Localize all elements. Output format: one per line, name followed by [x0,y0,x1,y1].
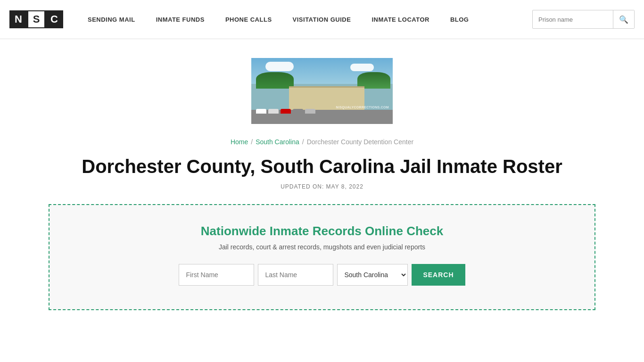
records-form: AlabamaAlaskaArizonaArkansasCaliforniaCo… [64,264,580,286]
main-nav: SENDING MAILINMATE FUNDSPHONE CALLSVISIT… [77,0,532,39]
logo-c: C [45,10,63,28]
prison-image: NISQUALYCORRECTIONS.COM [251,58,393,124]
site-logo[interactable]: N S C [9,10,63,28]
nav-item-inmate-funds[interactable]: INMATE FUNDS [146,0,215,39]
updated-date: UPDATED ON: MAY 8, 2022 [49,183,595,190]
image-watermark: NISQUALYCORRECTIONS.COM [336,106,389,109]
breadcrumb-facility: Dorchester County Detention Center [307,138,413,146]
records-box: Nationwide Inmate Records Online Check J… [49,204,595,310]
first-name-input[interactable] [179,264,254,286]
prison-image-container: NISQUALYCORRECTIONS.COM [49,58,595,124]
records-subtitle: Jail records, court & arrest records, mu… [64,243,580,251]
main-content: NISQUALYCORRECTIONS.COM Home / South Car… [39,39,605,329]
nav-item-phone-calls[interactable]: PHONE CALLS [215,0,282,39]
nav-item-inmate-locator[interactable]: INMATE LOCATOR [361,0,440,39]
last-name-input[interactable] [258,264,333,286]
state-select[interactable]: AlabamaAlaskaArizonaArkansasCaliforniaCo… [337,264,408,286]
logo-n: N [9,10,27,28]
breadcrumb-state[interactable]: South Carolina [256,138,299,146]
site-search[interactable]: 🔍 [532,10,635,29]
records-search-button[interactable]: SEARCH [412,264,465,286]
breadcrumb-sep2: / [302,138,304,146]
records-title: Nationwide Inmate Records Online Check [64,224,580,239]
breadcrumb: Home / South Carolina / Dorchester Count… [49,138,595,146]
site-header: N S C SENDING MAILINMATE FUNDSPHONE CALL… [0,0,644,39]
nav-item-blog[interactable]: BLOG [440,0,479,39]
page-title: Dorchester County, South Carolina Jail I… [49,155,595,178]
logo-s: S [27,10,45,28]
nav-item-visitation-guide[interactable]: VISITATION GUIDE [282,0,362,39]
breadcrumb-sep1: / [251,138,253,146]
search-input[interactable] [533,16,613,23]
nav-item-sending-mail[interactable]: SENDING MAIL [77,0,146,39]
breadcrumb-home[interactable]: Home [231,138,248,146]
search-button[interactable]: 🔍 [613,10,634,29]
